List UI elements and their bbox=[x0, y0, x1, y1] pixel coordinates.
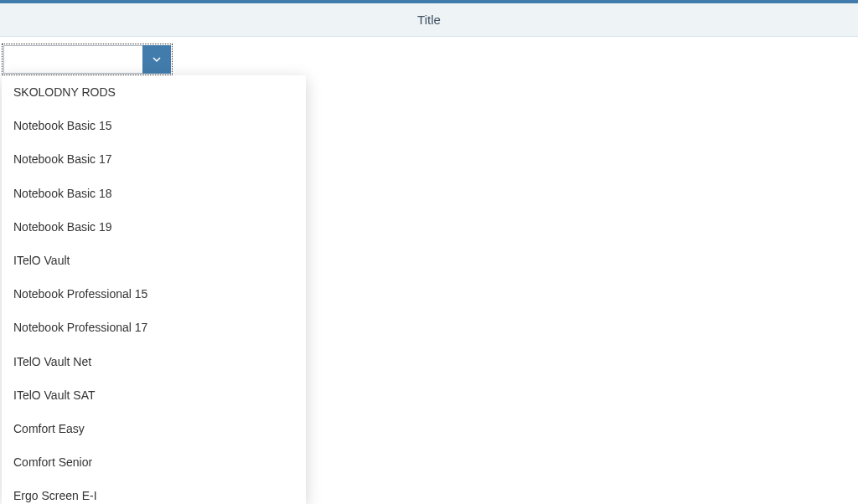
list-item[interactable]: ITelO Vault bbox=[2, 244, 306, 277]
app-header: Title bbox=[0, 3, 858, 37]
combobox-focus-outline bbox=[2, 44, 173, 75]
list-item[interactable]: ITelO Vault Net bbox=[2, 345, 306, 378]
list-item[interactable]: SKOLODNY RODS bbox=[2, 75, 306, 109]
list-item[interactable]: Notebook Professional 17 bbox=[2, 311, 306, 344]
list-item[interactable]: Ergo Screen E-I bbox=[2, 479, 306, 504]
combobox bbox=[2, 44, 173, 75]
list-item[interactable]: Notebook Basic 15 bbox=[2, 109, 306, 142]
combobox-input[interactable] bbox=[3, 45, 142, 74]
list-item[interactable]: ITelO Vault SAT bbox=[2, 378, 306, 412]
list-item[interactable]: Notebook Basic 18 bbox=[2, 177, 306, 210]
list-item[interactable]: Comfort Senior bbox=[2, 445, 306, 479]
combobox-toggle-button[interactable] bbox=[142, 45, 171, 74]
list-item[interactable]: Notebook Basic 19 bbox=[2, 210, 306, 244]
combobox-dropdown: SKOLODNY RODSNotebook Basic 15Notebook B… bbox=[2, 75, 306, 504]
list-item[interactable]: Notebook Basic 17 bbox=[2, 142, 306, 176]
list-item[interactable]: Notebook Professional 15 bbox=[2, 277, 306, 311]
list-item[interactable]: Comfort Easy bbox=[2, 412, 306, 445]
page-title: Title bbox=[417, 13, 441, 27]
combobox-dropdown-scroll[interactable]: SKOLODNY RODSNotebook Basic 15Notebook B… bbox=[2, 75, 306, 504]
chevron-down-icon bbox=[151, 54, 163, 65]
